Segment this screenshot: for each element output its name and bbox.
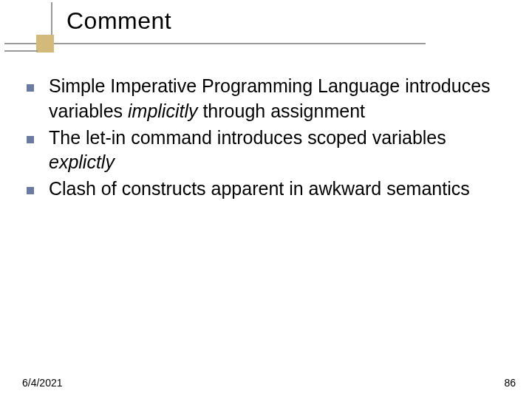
bullet-text-post: through assignment <box>197 100 365 121</box>
bullet-text-pre: Clash of constructs apparent in awkward … <box>49 178 470 199</box>
footer: 6/4/2021 86 <box>0 377 532 389</box>
bullet-text: The let-in command introduces scoped var… <box>49 126 510 176</box>
footer-date: 6/4/2021 <box>22 377 63 389</box>
bullet-square-icon <box>27 187 34 194</box>
bullet-text-em: implicitly <box>128 100 197 121</box>
bullet-text: Simple Imperative Programming Language i… <box>49 74 510 124</box>
bullet-square-icon <box>27 84 34 92</box>
list-item: Clash of constructs apparent in awkward … <box>22 177 510 202</box>
slide: Comment Simple Imperative Programming La… <box>0 0 532 399</box>
slide-body: Simple Imperative Programming Language i… <box>0 52 532 202</box>
title-area: Comment <box>0 0 532 52</box>
decor-hline-long <box>4 43 426 44</box>
list-item: The let-in command introduces scoped var… <box>22 126 510 176</box>
bullet-text-em: explictly <box>49 151 115 172</box>
bullet-square-icon <box>27 136 34 143</box>
bullet-text-pre: The let-in command introduces scoped var… <box>49 127 446 148</box>
bullet-list: Simple Imperative Programming Language i… <box>22 74 510 202</box>
list-item: Simple Imperative Programming Language i… <box>22 74 510 124</box>
decor-square <box>36 35 54 52</box>
slide-title: Comment <box>66 7 532 35</box>
bullet-text: Clash of constructs apparent in awkward … <box>49 177 510 202</box>
footer-page: 86 <box>504 377 516 389</box>
